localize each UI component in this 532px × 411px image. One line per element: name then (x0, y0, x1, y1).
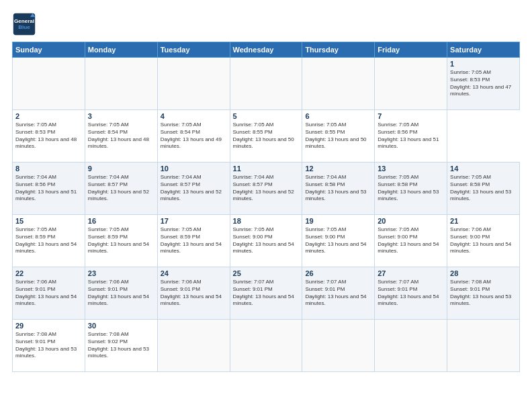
day-number: 13 (378, 165, 444, 173)
calendar-cell-29: 29Sunrise: 7:08 AMSunset: 9:01 PMDayligh… (13, 320, 85, 372)
calendar-cell-15: 15Sunrise: 7:05 AMSunset: 8:59 PMDayligh… (13, 215, 85, 267)
calendar-cell-20: 20Sunrise: 7:05 AMSunset: 9:00 PMDayligh… (375, 215, 447, 267)
day-number: 4 (161, 112, 227, 120)
days-header-row: SundayMondayTuesdayWednesdayThursdayFrid… (13, 42, 520, 58)
day-info: Sunrise: 7:08 AMSunset: 9:01 PMDaylight:… (15, 331, 82, 360)
calendar-cell-17: 17Sunrise: 7:05 AMSunset: 8:59 PMDayligh… (157, 215, 230, 267)
calendar-cell-24: 24Sunrise: 7:06 AMSunset: 9:01 PMDayligh… (157, 267, 230, 320)
empty-cell (230, 320, 302, 372)
day-info: Sunrise: 7:05 AMSunset: 8:55 PMDaylight:… (305, 122, 371, 150)
day-number: 22 (15, 269, 82, 277)
calendar-cell-18: 18Sunrise: 7:05 AMSunset: 9:00 PMDayligh… (230, 215, 302, 267)
empty-cell (302, 320, 375, 372)
calendar-table: SundayMondayTuesdayWednesdayThursdayFrid… (12, 42, 520, 372)
day-info: Sunrise: 7:05 AMSunset: 8:55 PMDaylight:… (233, 122, 300, 150)
week-row-5: 22Sunrise: 7:06 AMSunset: 9:01 PMDayligh… (13, 267, 520, 320)
day-header-tuesday: Tuesday (157, 42, 230, 58)
calendar-cell-21: 21Sunrise: 7:06 AMSunset: 9:00 PMDayligh… (447, 215, 520, 267)
day-number: 5 (233, 112, 300, 120)
calendar-cell-13: 13Sunrise: 7:05 AMSunset: 8:58 PMDayligh… (375, 163, 447, 215)
day-header-wednesday: Wednesday (230, 42, 302, 58)
calendar-cell-14: 14Sunrise: 7:05 AMSunset: 8:58 PMDayligh… (447, 163, 520, 215)
calendar-cell-12: 12Sunrise: 7:04 AMSunset: 8:58 PMDayligh… (302, 163, 375, 215)
empty-cell (375, 58, 447, 110)
day-info: Sunrise: 7:05 AMSunset: 8:58 PMDaylight:… (378, 174, 444, 203)
week-row-2: 2Sunrise: 7:05 AMSunset: 8:53 PMDaylight… (13, 110, 520, 163)
calendar-cell-11: 11Sunrise: 7:04 AMSunset: 8:57 PMDayligh… (230, 163, 302, 215)
day-info: Sunrise: 7:08 AMSunset: 9:02 PMDaylight:… (88, 331, 154, 360)
day-number: 19 (305, 217, 371, 225)
empty-cell (157, 320, 230, 372)
day-number: 7 (378, 112, 444, 120)
logo-icon: General Blue (12, 12, 36, 36)
day-number: 26 (305, 269, 371, 277)
day-number: 2 (15, 112, 82, 120)
week-row-4: 15Sunrise: 7:05 AMSunset: 8:59 PMDayligh… (13, 215, 520, 267)
day-number: 14 (450, 165, 517, 173)
calendar-cell-2: 2Sunrise: 7:05 AMSunset: 8:53 PMDaylight… (13, 110, 85, 163)
week-row-3: 8Sunrise: 7:04 AMSunset: 8:56 PMDaylight… (13, 163, 520, 215)
day-header-thursday: Thursday (302, 42, 375, 58)
day-info: Sunrise: 7:05 AMSunset: 9:00 PMDaylight:… (378, 226, 444, 255)
empty-cell (157, 58, 230, 110)
day-number: 20 (378, 217, 444, 225)
day-number: 27 (378, 269, 444, 277)
day-number: 24 (161, 269, 227, 277)
day-number: 6 (305, 112, 371, 120)
day-info: Sunrise: 7:07 AMSunset: 9:01 PMDaylight:… (378, 279, 444, 308)
day-number: 17 (161, 217, 227, 225)
calendar-cell-26: 26Sunrise: 7:07 AMSunset: 9:01 PMDayligh… (302, 267, 375, 320)
day-number: 15 (15, 217, 82, 225)
day-info: Sunrise: 7:04 AMSunset: 8:58 PMDaylight:… (305, 174, 371, 203)
day-number: 25 (233, 269, 300, 277)
day-info: Sunrise: 7:04 AMSunset: 8:56 PMDaylight:… (15, 174, 82, 203)
day-number: 16 (88, 217, 154, 225)
calendar-cell-3: 3Sunrise: 7:05 AMSunset: 8:54 PMDaylight… (85, 110, 157, 163)
day-info: Sunrise: 7:05 AMSunset: 8:59 PMDaylight:… (88, 226, 154, 255)
empty-cell (85, 58, 157, 110)
day-info: Sunrise: 7:05 AMSunset: 9:00 PMDaylight:… (233, 226, 300, 255)
week-row-6: 29Sunrise: 7:08 AMSunset: 9:01 PMDayligh… (13, 320, 520, 372)
calendar-cell-5: 5Sunrise: 7:05 AMSunset: 8:55 PMDaylight… (230, 110, 302, 163)
day-info: Sunrise: 7:05 AMSunset: 8:58 PMDaylight:… (450, 174, 517, 203)
day-info: Sunrise: 7:06 AMSunset: 9:01 PMDaylight:… (15, 279, 82, 308)
day-number: 3 (88, 112, 154, 120)
calendar-cell-23: 23Sunrise: 7:06 AMSunset: 9:01 PMDayligh… (85, 267, 157, 320)
day-number: 8 (15, 165, 82, 173)
calendar-cell-16: 16Sunrise: 7:05 AMSunset: 8:59 PMDayligh… (85, 215, 157, 267)
day-number: 1 (450, 60, 517, 68)
day-number: 28 (450, 269, 517, 277)
day-info: Sunrise: 7:06 AMSunset: 9:01 PMDaylight:… (161, 279, 227, 308)
day-info: Sunrise: 7:08 AMSunset: 9:01 PMDaylight:… (450, 279, 517, 308)
day-info: Sunrise: 7:04 AMSunset: 8:57 PMDaylight:… (161, 174, 227, 203)
calendar-cell-4: 4Sunrise: 7:05 AMSunset: 8:54 PMDaylight… (157, 110, 230, 163)
calendar-cell-22: 22Sunrise: 7:06 AMSunset: 9:01 PMDayligh… (13, 267, 85, 320)
day-number: 12 (305, 165, 371, 173)
day-number: 30 (88, 322, 154, 330)
week-row-1: 1Sunrise: 7:05 AMSunset: 8:53 PMDaylight… (13, 58, 520, 110)
empty-cell (13, 58, 85, 110)
day-info: Sunrise: 7:07 AMSunset: 9:01 PMDaylight:… (233, 279, 300, 308)
day-info: Sunrise: 7:05 AMSunset: 8:54 PMDaylight:… (88, 122, 154, 150)
day-info: Sunrise: 7:05 AMSunset: 8:59 PMDaylight:… (15, 226, 82, 255)
calendar-page: General Blue SundayMondayTuesdayWednesda… (0, 0, 532, 411)
day-number: 11 (233, 165, 300, 173)
calendar-cell-6: 6Sunrise: 7:05 AMSunset: 8:55 PMDaylight… (302, 110, 375, 163)
day-number: 21 (450, 217, 517, 225)
day-info: Sunrise: 7:05 AMSunset: 8:53 PMDaylight:… (450, 69, 517, 98)
calendar-cell-25: 25Sunrise: 7:07 AMSunset: 9:01 PMDayligh… (230, 267, 302, 320)
day-info: Sunrise: 7:05 AMSunset: 8:56 PMDaylight:… (378, 122, 444, 150)
logo: General Blue (12, 12, 36, 36)
day-info: Sunrise: 7:04 AMSunset: 8:57 PMDaylight:… (88, 174, 154, 203)
day-info: Sunrise: 7:04 AMSunset: 8:57 PMDaylight:… (233, 174, 300, 203)
svg-text:Blue: Blue (18, 24, 30, 30)
day-info: Sunrise: 7:05 AMSunset: 8:53 PMDaylight:… (15, 122, 82, 150)
day-number: 10 (161, 165, 227, 173)
day-number: 23 (88, 269, 154, 277)
calendar-cell-9: 9Sunrise: 7:04 AMSunset: 8:57 PMDaylight… (85, 163, 157, 215)
day-number: 9 (88, 165, 154, 173)
calendar-cell-8: 8Sunrise: 7:04 AMSunset: 8:56 PMDaylight… (13, 163, 85, 215)
svg-text:General: General (14, 18, 34, 24)
empty-cell (302, 58, 375, 110)
header: General Blue (12, 12, 520, 36)
